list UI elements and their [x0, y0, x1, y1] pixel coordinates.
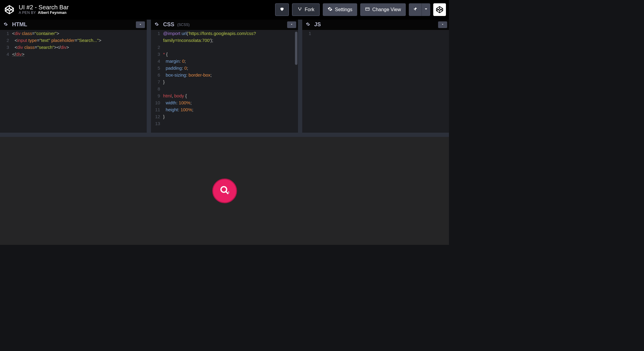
pen-title-block: UI #2 - Search Bar A PEN BY Albert Feynm…: [19, 4, 69, 15]
line-number: 4: [0, 51, 12, 58]
code-line[interactable]: 1@import url('https://fonts.googleapis.c…: [151, 30, 298, 37]
layout-icon: [365, 7, 370, 13]
pen-title[interactable]: UI #2 - Search Bar: [19, 4, 69, 11]
gear-icon: [4, 22, 8, 27]
gear-icon: [306, 22, 310, 27]
editor-js-settings-button[interactable]: [304, 21, 312, 29]
editor-css-code[interactable]: 1@import url('https://fonts.googleapis.c…: [151, 30, 298, 133]
line-number: 6: [151, 71, 163, 78]
code-content[interactable]: width: 100%;: [163, 99, 191, 106]
line-number: 2: [0, 37, 12, 44]
editor-html-header: HTML: [0, 20, 147, 30]
byline-prefix: A PEN BY: [19, 11, 36, 15]
fork-label: Fork: [305, 7, 314, 12]
editor-html-settings-button[interactable]: [2, 21, 10, 29]
search-button[interactable]: [212, 179, 237, 203]
code-line[interactable]: 9html, body {: [151, 92, 298, 99]
code-content[interactable]: <div class="search"></div>: [12, 44, 69, 51]
code-line[interactable]: 10 width: 100%;: [151, 99, 298, 106]
editor-js-code[interactable]: 1: [302, 30, 449, 133]
fork-button[interactable]: Fork: [292, 3, 320, 16]
code-line[interactable]: 3 <div class="search"></div>: [0, 44, 147, 51]
code-line[interactable]: 1<div class="container">: [0, 30, 147, 37]
code-content[interactable]: <div class="container">: [12, 30, 59, 37]
line-number: 3: [0, 44, 12, 51]
settings-label: Settings: [335, 7, 352, 12]
code-content[interactable]: height: 100%;: [163, 106, 193, 113]
code-content[interactable]: * {: [163, 51, 168, 58]
editor-html-title: HTML: [12, 21, 27, 28]
code-line[interactable]: 5 padding: 0;: [151, 65, 298, 71]
code-line[interactable]: 13: [151, 120, 298, 127]
code-line[interactable]: 2 <input type="text" placeholder="Search…: [0, 37, 147, 44]
line-number: 1: [151, 30, 163, 37]
code-content[interactable]: @import url('https://fonts.googleapis.co…: [163, 30, 256, 37]
scrollbar-thumb[interactable]: [295, 32, 297, 65]
svg-point-11: [221, 187, 227, 192]
code-content[interactable]: html, body {: [163, 92, 187, 99]
cursor-pointer-icon: [226, 190, 231, 195]
code-content[interactable]: <input type="text" placeholder="Search..…: [12, 37, 101, 44]
preview-pane: [0, 133, 449, 245]
pin-icon: [413, 7, 418, 13]
line-number: [151, 37, 163, 44]
line-number: 2: [151, 44, 163, 51]
code-content[interactable]: family=Inconsolata:700');: [163, 37, 213, 44]
svg-point-3: [298, 7, 299, 8]
editor-js-header: JS: [302, 20, 449, 30]
editor-html-code[interactable]: 1<div class="container">2 <input type="t…: [0, 30, 147, 133]
code-line[interactable]: 2: [151, 44, 298, 51]
svg-point-5: [300, 10, 300, 11]
chevron-down-icon: [441, 22, 444, 27]
editor-css-dropdown-button[interactable]: [287, 21, 296, 28]
code-content[interactable]: box-sizing: border-box;: [163, 71, 212, 78]
fork-icon: [297, 7, 302, 13]
editor-css-settings-button[interactable]: [153, 21, 161, 29]
chevron-down-icon: [290, 22, 293, 27]
code-content[interactable]: margin: 0;: [163, 58, 186, 65]
pin-dropdown-button[interactable]: [421, 3, 430, 16]
code-line[interactable]: family=Inconsolata:700');: [151, 37, 298, 44]
code-line[interactable]: 3* {: [151, 51, 298, 58]
change-view-button[interactable]: Change View: [360, 3, 406, 16]
pin-button[interactable]: [409, 3, 421, 16]
header-actions: Fork Settings Change View: [275, 0, 446, 19]
code-line[interactable]: 8: [151, 85, 298, 92]
code-content[interactable]: }: [163, 113, 165, 120]
codepen-logo-icon[interactable]: [4, 5, 14, 15]
line-number: 1: [302, 30, 314, 37]
code-line[interactable]: 6 box-sizing: border-box;: [151, 71, 298, 78]
code-content[interactable]: padding: 0;: [163, 65, 188, 71]
line-number: 13: [151, 120, 163, 127]
editor-html-dropdown-button[interactable]: [136, 21, 145, 28]
code-line[interactable]: 4</div>: [0, 51, 147, 58]
profile-avatar[interactable]: [433, 3, 446, 16]
gear-icon: [328, 7, 332, 13]
heart-icon: [280, 7, 284, 13]
code-line[interactable]: 7}: [151, 78, 298, 85]
code-content[interactable]: </div>: [12, 51, 24, 58]
like-button[interactable]: [275, 3, 289, 16]
line-number: 9: [151, 92, 163, 99]
editor-js-title: JS: [314, 21, 321, 28]
change-view-label: Change View: [372, 7, 401, 12]
editor-js-dropdown-button[interactable]: [438, 21, 447, 28]
editor-html: HTML 1<div class="container">2 <input ty…: [0, 20, 151, 133]
line-number: 4: [151, 58, 163, 65]
line-number: 12: [151, 113, 163, 120]
editor-css-header: CSS (SCSS): [151, 20, 298, 30]
line-number: 1: [0, 30, 12, 37]
gear-icon: [155, 22, 159, 27]
line-number: 5: [151, 65, 163, 71]
code-line[interactable]: 11 height: 100%;: [151, 106, 298, 113]
code-line[interactable]: 1: [302, 30, 449, 37]
editor-css-subtitle: (SCSS): [177, 23, 190, 27]
settings-button[interactable]: Settings: [323, 3, 357, 16]
pen-author[interactable]: Albert Feynman: [38, 11, 67, 15]
code-content[interactable]: }: [163, 78, 165, 85]
code-line[interactable]: 4 margin: 0;: [151, 58, 298, 65]
editor-css-title: CSS: [163, 21, 174, 28]
app-header: UI #2 - Search Bar A PEN BY Albert Feynm…: [0, 0, 449, 19]
code-line[interactable]: 12}: [151, 113, 298, 120]
chevron-down-icon: [424, 7, 428, 13]
